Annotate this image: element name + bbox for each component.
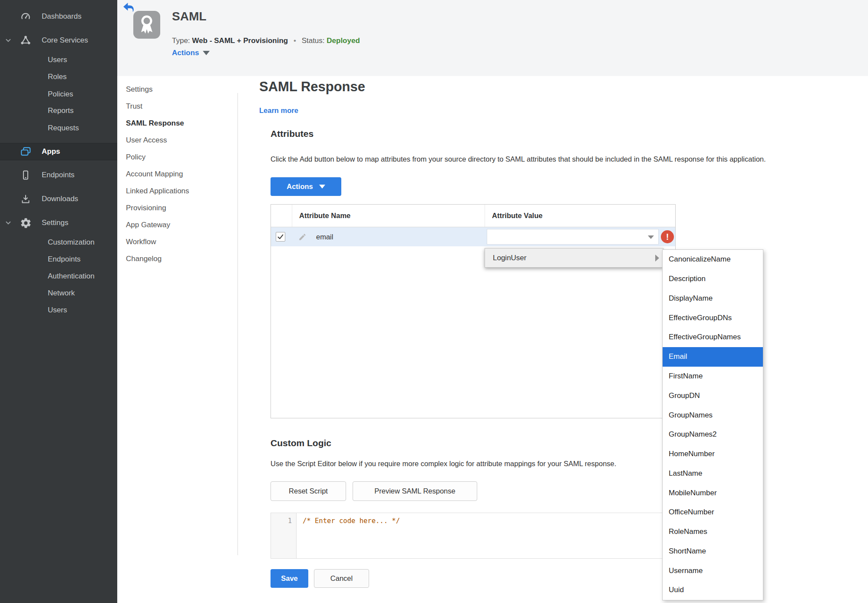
- value-menu-item-loginuser[interactable]: LoginUser: [485, 248, 663, 268]
- attributes-table: Attribute Name Attribute Value email !: [271, 204, 676, 418]
- app-header: SAML Type: Web - SAML + Provisioning • S…: [117, 0, 868, 76]
- app-subnav: Settings Trust SAML Response User Access…: [117, 76, 238, 267]
- subnav-item-workflow[interactable]: Workflow: [117, 233, 238, 250]
- sidebar-item-users[interactable]: Users: [0, 53, 117, 67]
- sidebar-item-customization[interactable]: Customization: [0, 235, 117, 250]
- table-row[interactable]: email !: [271, 227, 675, 246]
- core-services-icon: [19, 35, 32, 46]
- submenu-item-effectivegroupdns[interactable]: EffectiveGroupDNs: [663, 308, 763, 328]
- submenu-item-effectivegroupnames[interactable]: EffectiveGroupNames: [663, 328, 763, 347]
- submenu-item-groupnames2[interactable]: GroupNames2: [663, 425, 763, 444]
- checkmark-icon: [277, 233, 284, 240]
- attribute-value-select[interactable]: [487, 229, 659, 245]
- app-title: SAML: [172, 10, 206, 23]
- sidebar-item-authentication[interactable]: Authentication: [0, 269, 117, 284]
- sidebar-item-label: Policies: [48, 90, 73, 99]
- attribute-name-column-header: Attribute Name: [292, 205, 485, 227]
- editor-code-content[interactable]: /* Enter code here... */: [297, 513, 400, 558]
- sidebar-item-label: Network: [48, 289, 75, 298]
- chevron-down-icon[interactable]: [4, 219, 14, 227]
- attributes-actions-button[interactable]: Actions: [271, 177, 341, 196]
- sidebar-item-endpoints[interactable]: Endpoints: [0, 168, 117, 182]
- submenu-item-description[interactable]: Description: [663, 269, 763, 289]
- sidebar-item-label: Dashboards: [42, 12, 82, 21]
- subnav-label: Workflow: [126, 238, 156, 246]
- subnav-item-saml-response[interactable]: SAML Response: [117, 115, 238, 132]
- reset-script-button[interactable]: Reset Script: [271, 481, 346, 501]
- error-icon: !: [661, 230, 674, 243]
- back-arrow-icon[interactable]: [123, 2, 134, 13]
- sidebar-item-label: Apps: [42, 147, 60, 156]
- download-icon: [19, 194, 32, 204]
- caret-down-icon: [648, 235, 654, 239]
- sidebar-item-roles[interactable]: Roles: [0, 70, 117, 84]
- submenu-item-firstname[interactable]: FirstName: [663, 367, 763, 386]
- sidebar-item-label: Users: [48, 56, 67, 64]
- main-sidebar: Dashboards Core Services Users Roles Pol…: [0, 0, 117, 603]
- sidebar-item-apps[interactable]: Apps: [0, 143, 117, 160]
- page-title: SAML Response: [259, 79, 365, 95]
- submenu-item-groupnames[interactable]: GroupNames: [663, 405, 763, 425]
- preview-saml-response-button[interactable]: Preview SAML Response: [353, 481, 477, 501]
- sidebar-item-core-services[interactable]: Core Services: [0, 33, 117, 48]
- submenu-item-rolenames[interactable]: RoleNames: [663, 522, 763, 542]
- subnav-item-trust[interactable]: Trust: [117, 98, 238, 115]
- submenu-item-uuid[interactable]: Uuid: [663, 580, 763, 600]
- sidebar-item-network[interactable]: Network: [0, 286, 117, 301]
- sidebar-item-label: Authentication: [48, 272, 95, 281]
- subnav-item-user-access[interactable]: User Access: [117, 132, 238, 149]
- header-actions-label: Actions: [172, 49, 199, 57]
- subnav-label: Settings: [126, 85, 152, 94]
- subnav-item-app-gateway[interactable]: App Gateway: [117, 216, 238, 233]
- submenu-item-shortname[interactable]: ShortName: [663, 541, 763, 561]
- script-editor[interactable]: 1 /* Enter code here... */: [271, 513, 676, 559]
- sidebar-item-settings-users[interactable]: Users: [0, 303, 117, 318]
- sidebar-item-downloads[interactable]: Downloads: [0, 192, 117, 206]
- sidebar-item-policies[interactable]: Policies: [0, 87, 117, 102]
- submenu-item-canonicalizename[interactable]: CanonicalizeName: [663, 250, 763, 269]
- cancel-button[interactable]: Cancel: [314, 569, 369, 588]
- sidebar-item-dashboards[interactable]: Dashboards: [0, 9, 117, 24]
- submenu-item-mobilenumber[interactable]: MobileNumber: [663, 483, 763, 503]
- sidebar-item-settings-endpoints[interactable]: Endpoints: [0, 252, 117, 267]
- editor-line-number: 1: [271, 513, 297, 558]
- submenu-item-groupdn[interactable]: GroupDN: [663, 386, 763, 405]
- subnav-item-changelog[interactable]: Changelog: [117, 250, 238, 267]
- subnav-item-account-mapping[interactable]: Account Mapping: [117, 166, 238, 182]
- chevron-down-icon[interactable]: [4, 36, 14, 44]
- sidebar-item-settings[interactable]: Settings: [0, 215, 117, 230]
- attributes-actions-label: Actions: [287, 182, 313, 191]
- learn-more-link[interactable]: Learn more: [259, 106, 298, 115]
- sidebar-item-reports[interactable]: Reports: [0, 103, 117, 118]
- submenu-item-officenumber[interactable]: OfficeNumber: [663, 503, 763, 522]
- apps-icon: [19, 146, 32, 157]
- type-label: Type:: [172, 36, 190, 45]
- subnav-item-provisioning[interactable]: Provisioning: [117, 199, 238, 216]
- submenu-item-username[interactable]: Username: [663, 561, 763, 580]
- subnav-item-settings[interactable]: Settings: [117, 81, 238, 98]
- subnav-item-linked-applications[interactable]: Linked Applications: [117, 182, 238, 199]
- subnav-label: Trust: [126, 102, 142, 111]
- attributes-heading: Attributes: [271, 129, 314, 139]
- page: Dashboards Core Services Users Roles Pol…: [0, 0, 868, 603]
- pencil-icon[interactable]: [298, 233, 307, 243]
- sidebar-item-label: Downloads: [42, 195, 78, 203]
- sidebar-item-label: Settings: [42, 219, 68, 227]
- attribute-value-column-header: Attribute Value: [485, 205, 675, 227]
- submenu-item-email[interactable]: Email: [663, 347, 763, 367]
- type-value: Web - SAML + Provisioning: [192, 36, 288, 45]
- select-all-column-header[interactable]: [271, 205, 292, 227]
- submenu-item-displayname[interactable]: DisplayName: [663, 289, 763, 308]
- sidebar-item-label: Reports: [48, 106, 74, 115]
- save-button[interactable]: Save: [271, 569, 308, 588]
- submenu-item-homenumber[interactable]: HomeNumber: [663, 444, 763, 464]
- sidebar-item-requests[interactable]: Requests: [0, 121, 117, 136]
- header-actions-menu[interactable]: Actions: [172, 49, 210, 57]
- status-badge: Deployed: [327, 36, 360, 45]
- submenu-item-lastname[interactable]: LastName: [663, 464, 763, 483]
- row-checkbox[interactable]: [276, 232, 285, 242]
- attributes-description: Click the Add button below to map attrib…: [271, 155, 766, 163]
- subnav-item-policy[interactable]: Policy: [117, 149, 238, 166]
- caret-right-icon: [655, 255, 659, 262]
- caret-down-icon: [203, 51, 210, 55]
